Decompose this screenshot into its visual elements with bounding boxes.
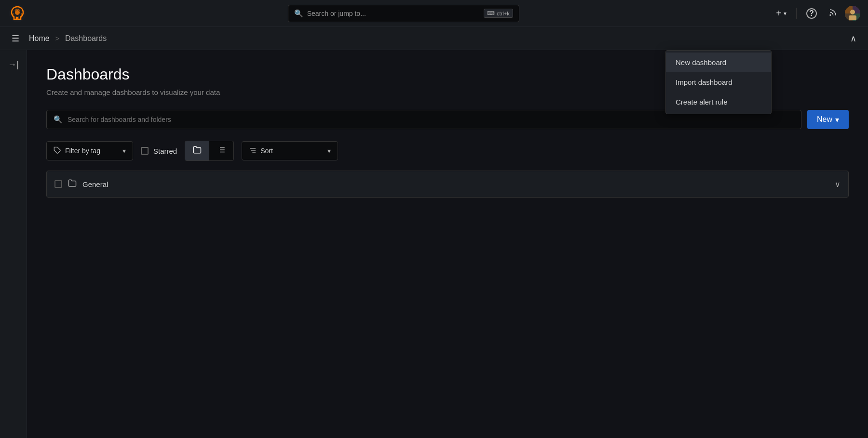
general-folder-name: General (82, 180, 108, 188)
new-label: New (817, 115, 832, 124)
sort-chevron-icon: ▾ (327, 147, 331, 155)
breadcrumb-current: Dashboards (65, 34, 107, 43)
general-folder-row: General ∨ (46, 171, 849, 198)
dropdown-item-import-dashboard[interactable]: Import dashboard (666, 72, 771, 92)
new-chevron-icon: ▾ (835, 115, 839, 124)
starred-label: Starred (153, 147, 177, 155)
topbar: 🔍 Search or jump to... ⌨ ctrl+k + ▾ ? (0, 0, 868, 27)
filter-by-tag-dropdown[interactable]: Filter by tag ▾ (46, 141, 133, 160)
new-dropdown-menu: New dashboard Import dashboard Create al… (665, 50, 772, 114)
svg-rect-9 (849, 15, 856, 20)
chevron-down-icon: ▾ (784, 10, 787, 17)
new-button[interactable]: New ▾ (807, 110, 849, 129)
svg-point-1 (15, 10, 20, 15)
starred-checkbox[interactable] (141, 147, 149, 155)
search-icon: 🔍 (54, 115, 63, 124)
topbar-actions: + ▾ ? (772, 5, 860, 22)
divider (796, 8, 797, 19)
breadcrumb-bar: ☰ Home > Dashboards ∧ New dashboard Impo… (0, 27, 868, 50)
news-button[interactable] (825, 5, 841, 22)
general-folder-icon (68, 179, 77, 189)
filter-tag-label: Filter by tag (65, 147, 100, 155)
filter-tag-chevron-icon: ▾ (122, 147, 126, 155)
starred-filter[interactable]: Starred (141, 147, 177, 155)
tag-icon (54, 146, 61, 156)
breadcrumb-chevron-up[interactable]: ∧ (850, 33, 856, 44)
breadcrumb-home[interactable]: Home (29, 34, 50, 43)
list-view-button[interactable] (209, 141, 233, 160)
collapse-arrow-icon: →| (8, 60, 19, 70)
search-placeholder: Search or jump to... (307, 10, 480, 17)
folder-view-icon (193, 146, 202, 156)
breadcrumb-separator: > (55, 35, 59, 42)
view-toggle (185, 141, 234, 161)
search-icon: 🔍 (294, 9, 303, 18)
rss-icon (828, 8, 837, 19)
svg-point-2 (830, 14, 831, 15)
dropdown-item-create-alert-rule[interactable]: Create alert rule (666, 92, 771, 112)
topbar-search-wrapper: 🔍 Search or jump to... ⌨ ctrl+k (35, 5, 772, 22)
sort-dropdown[interactable]: Sort ▾ (242, 141, 338, 160)
question-icon: ? (806, 8, 817, 19)
user-avatar[interactable] (845, 6, 860, 21)
plus-icon: + (776, 8, 782, 19)
sort-label: Sort (260, 147, 273, 155)
keyboard-shortcut: ⌨ ctrl+k (484, 9, 513, 18)
svg-point-8 (850, 10, 855, 14)
keyboard-icon: ⌨ (487, 10, 495, 16)
filter-row: Filter by tag ▾ Starred (46, 141, 849, 161)
general-folder-checkbox[interactable] (54, 180, 62, 188)
folder-view-button[interactable] (185, 141, 209, 160)
general-folder-expand-icon[interactable]: ∨ (835, 180, 841, 189)
search-input[interactable] (68, 116, 794, 123)
grafana-logo[interactable] (8, 4, 27, 23)
help-button[interactable]: ? (802, 5, 821, 22)
list-view-icon (217, 146, 226, 156)
global-search[interactable]: 🔍 Search or jump to... ⌨ ctrl+k (288, 5, 519, 22)
add-button[interactable]: + ▾ (772, 5, 790, 22)
menu-icon[interactable]: ☰ (12, 33, 19, 44)
sidebar-collapse-button[interactable]: →| (0, 50, 27, 438)
sort-icon (249, 146, 257, 156)
dropdown-item-new-dashboard[interactable]: New dashboard (666, 53, 771, 72)
